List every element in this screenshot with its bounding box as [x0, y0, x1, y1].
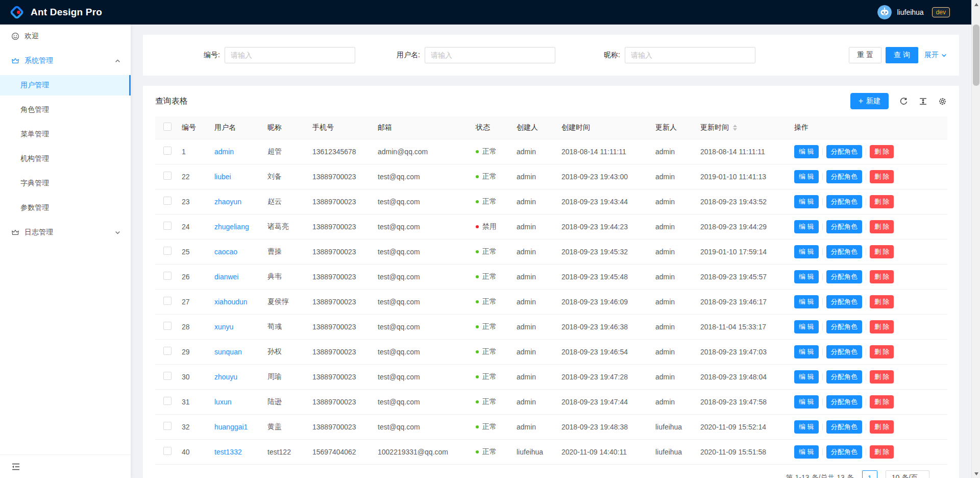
- sidebar-item-4-菜单管理[interactable]: 菜单管理: [0, 124, 131, 145]
- delete-button[interactable]: 删 除: [870, 170, 894, 183]
- sorter-icon[interactable]: [733, 125, 737, 131]
- settings-icon[interactable]: [938, 97, 947, 106]
- username-link[interactable]: xiahoudun: [214, 298, 248, 306]
- reset-button[interactable]: 重 置: [849, 47, 881, 63]
- edit-button[interactable]: 编 辑: [794, 370, 819, 384]
- sidebar-item-0-欢迎[interactable]: 欢迎: [0, 26, 131, 46]
- username-link[interactable]: xunyu: [214, 323, 233, 331]
- search-button[interactable]: 查 询: [886, 47, 918, 63]
- edit-button[interactable]: 编 辑: [794, 220, 819, 233]
- cell-username: caocao: [210, 239, 263, 264]
- username-link[interactable]: luxun: [214, 398, 231, 406]
- logo-area[interactable]: Ant Design Pro: [9, 5, 102, 20]
- username-link[interactable]: caocao: [214, 248, 237, 256]
- sidebar-item-6-字典管理[interactable]: 字典管理: [0, 173, 131, 194]
- row-checkbox[interactable]: [163, 347, 172, 355]
- username-link[interactable]: sunquan: [214, 348, 242, 356]
- edit-button[interactable]: 编 辑: [794, 270, 819, 283]
- username-link[interactable]: zhouyu: [214, 373, 237, 381]
- edit-button[interactable]: 编 辑: [794, 295, 819, 308]
- row-checkbox[interactable]: [163, 247, 172, 255]
- delete-button[interactable]: 删 除: [870, 420, 894, 434]
- delete-button[interactable]: 删 除: [870, 195, 894, 208]
- row-checkbox[interactable]: [163, 322, 172, 330]
- assign-role-button[interactable]: 分配角色: [826, 320, 862, 333]
- window-scrollbar[interactable]: [971, 0, 980, 478]
- delete-button[interactable]: 删 除: [870, 445, 894, 459]
- scroll-up-arrow[interactable]: [972, 0, 980, 9]
- username-link[interactable]: admin: [214, 148, 234, 156]
- sidebar-item-2-用户管理[interactable]: 用户管理: [0, 75, 131, 95]
- delete-button[interactable]: 删 除: [870, 345, 894, 358]
- delete-button[interactable]: 删 除: [870, 370, 894, 384]
- search-field-label: 昵称:: [555, 51, 625, 60]
- row-checkbox[interactable]: [163, 422, 172, 430]
- delete-button[interactable]: 删 除: [870, 270, 894, 283]
- user-name[interactable]: liufeihua: [897, 8, 923, 16]
- search-input-0[interactable]: [225, 47, 355, 63]
- row-checkbox[interactable]: [163, 372, 172, 380]
- delete-button[interactable]: 删 除: [870, 145, 894, 158]
- edit-button[interactable]: 编 辑: [794, 445, 819, 459]
- sidebar-item-5-机构管理[interactable]: 机构管理: [0, 149, 131, 169]
- select-all-checkbox[interactable]: [163, 123, 172, 131]
- pagination-page-1[interactable]: 1: [862, 470, 877, 478]
- column-header-label: 手机号: [312, 123, 334, 131]
- user-avatar[interactable]: [877, 5, 892, 19]
- edit-button[interactable]: 编 辑: [794, 345, 819, 358]
- sidebar-item-3-角色管理[interactable]: 角色管理: [0, 100, 131, 120]
- delete-button[interactable]: 删 除: [870, 395, 894, 409]
- edit-button[interactable]: 编 辑: [794, 395, 819, 409]
- row-checkbox[interactable]: [163, 222, 172, 230]
- assign-role-button[interactable]: 分配角色: [826, 195, 862, 208]
- assign-role-button[interactable]: 分配角色: [826, 345, 862, 358]
- edit-button[interactable]: 编 辑: [794, 170, 819, 183]
- row-checkbox[interactable]: [163, 147, 172, 155]
- scroll-down-arrow[interactable]: [972, 469, 980, 478]
- assign-role-button[interactable]: 分配角色: [826, 145, 862, 158]
- row-checkbox[interactable]: [163, 397, 172, 405]
- username-link[interactable]: dianwei: [214, 273, 238, 281]
- assign-role-button[interactable]: 分配角色: [826, 270, 862, 283]
- delete-button[interactable]: 删 除: [870, 320, 894, 333]
- scrollbar-thumb[interactable]: [973, 25, 979, 86]
- edit-button[interactable]: 编 辑: [794, 320, 819, 333]
- sidebar-item-1-系统管理[interactable]: 系统管理: [0, 51, 131, 71]
- assign-role-button[interactable]: 分配角色: [826, 245, 862, 258]
- assign-role-button[interactable]: 分配角色: [826, 170, 862, 183]
- username-link[interactable]: zhaoyun: [214, 198, 241, 206]
- username-link[interactable]: huanggai1: [214, 423, 248, 431]
- assign-role-button[interactable]: 分配角色: [826, 420, 862, 434]
- row-checkbox[interactable]: [163, 172, 172, 180]
- edit-button[interactable]: 编 辑: [794, 420, 819, 434]
- menu-fold-icon[interactable]: [11, 462, 20, 471]
- crown-icon: [11, 57, 19, 65]
- search-input-1[interactable]: [425, 47, 555, 63]
- assign-role-button[interactable]: 分配角色: [826, 220, 862, 233]
- row-checkbox[interactable]: [163, 197, 172, 205]
- delete-button[interactable]: 删 除: [870, 220, 894, 233]
- edit-button[interactable]: 编 辑: [794, 245, 819, 258]
- sidebar-item-8-日志管理[interactable]: 日志管理: [0, 222, 131, 243]
- page-size-select[interactable]: 10 条/页: [886, 470, 929, 478]
- assign-role-button[interactable]: 分配角色: [826, 445, 862, 459]
- density-icon[interactable]: [919, 97, 927, 106]
- edit-button[interactable]: 编 辑: [794, 195, 819, 208]
- new-button[interactable]: + 新建: [850, 93, 889, 109]
- assign-role-button[interactable]: 分配角色: [826, 370, 862, 384]
- expand-link[interactable]: 展开: [924, 51, 947, 60]
- username-link[interactable]: liubei: [214, 173, 231, 181]
- row-checkbox[interactable]: [163, 447, 172, 455]
- sidebar-item-7-参数管理[interactable]: 参数管理: [0, 198, 131, 218]
- assign-role-button[interactable]: 分配角色: [826, 295, 862, 308]
- delete-button[interactable]: 删 除: [870, 295, 894, 308]
- username-link[interactable]: zhugeliang: [214, 223, 249, 231]
- row-checkbox[interactable]: [163, 272, 172, 280]
- search-input-2[interactable]: [625, 47, 755, 63]
- edit-button[interactable]: 编 辑: [794, 145, 819, 158]
- row-checkbox[interactable]: [163, 297, 172, 305]
- assign-role-button[interactable]: 分配角色: [826, 395, 862, 409]
- username-link[interactable]: test1332: [214, 448, 242, 456]
- reload-icon[interactable]: [899, 97, 908, 106]
- delete-button[interactable]: 删 除: [870, 245, 894, 258]
